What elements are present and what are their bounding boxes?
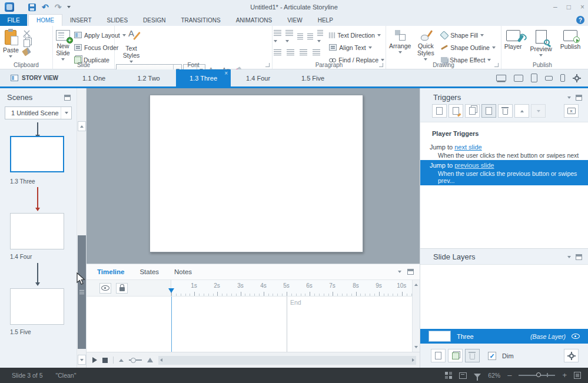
line-spacing-button[interactable]	[317, 30, 323, 44]
timeline-vertical-scrollbar[interactable]	[412, 280, 420, 352]
dim-checkbox[interactable]: ✓	[488, 352, 496, 360]
restore-button[interactable]: □	[567, 3, 571, 11]
slide-tab-1-4[interactable]: 1.4 Four	[231, 69, 285, 86]
tab-design[interactable]: DESIGN	[135, 14, 173, 26]
panel-dock-icon[interactable]	[576, 254, 582, 260]
zoom-slider[interactable]	[519, 375, 555, 376]
manage-variables-button[interactable]: x	[564, 104, 579, 118]
tablet-landscape-icon[interactable]	[514, 75, 523, 82]
timeline-zoom-slider[interactable]	[129, 359, 142, 361]
shape-outline-button[interactable]: Shape Outline	[441, 42, 496, 52]
shape-fill-button[interactable]: Shape Fill	[441, 30, 496, 40]
feedback-status-icon[interactable]	[474, 374, 481, 378]
preview-button[interactable]: Preview	[528, 29, 553, 58]
numbering-button[interactable]	[285, 30, 293, 44]
play-button[interactable]	[92, 357, 97, 363]
stop-button[interactable]	[102, 358, 108, 363]
slide-thumbnail-1-5[interactable]	[10, 288, 64, 325]
slide-tab-1-1[interactable]: 1.1 One	[67, 69, 121, 86]
layer-visibility-eye-icon[interactable]	[572, 334, 580, 339]
delete-layer-button[interactable]	[465, 349, 480, 362]
zoom-in-button[interactable]: +	[562, 372, 567, 378]
tab-timeline[interactable]: Timeline	[97, 268, 124, 275]
panel-dock-icon[interactable]	[407, 269, 414, 275]
arrange-button[interactable]: Arrange	[387, 29, 413, 55]
zoom-out-button[interactable]: –	[507, 372, 511, 378]
paste-button[interactable]: Paste	[1, 29, 21, 59]
lock-all-button[interactable]	[116, 283, 128, 294]
base-layer-row-selected[interactable]: Three (Base Layer)	[420, 329, 588, 344]
font-dialog-launcher[interactable]	[265, 63, 270, 67]
align-left-button[interactable]	[274, 49, 281, 55]
desktop-preview-icon[interactable]	[496, 75, 506, 81]
tab-states[interactable]: States	[139, 268, 159, 275]
move-trigger-up-button[interactable]	[514, 104, 529, 118]
tab-file[interactable]: FILE	[0, 14, 27, 26]
player-settings-gear-icon[interactable]	[573, 74, 581, 82]
tab-notes[interactable]: Notes	[174, 268, 192, 275]
end-marker-line[interactable]	[287, 297, 287, 352]
align-text-button[interactable]: Align Text	[329, 42, 384, 52]
delete-trigger-button[interactable]	[498, 104, 513, 118]
scrollbar-thumb[interactable]	[78, 235, 86, 349]
text-styles-button[interactable]: A Text Styles	[116, 29, 147, 64]
publish-button[interactable]: Publish	[559, 29, 582, 51]
slide-thumbnail-1-3[interactable]	[10, 136, 64, 172]
timeline-zoom-out-button[interactable]	[119, 359, 124, 362]
bullets-button[interactable]	[274, 30, 281, 44]
copy-trigger-button[interactable]	[465, 104, 480, 118]
playhead-marker[interactable]	[168, 288, 174, 293]
panel-dock-icon[interactable]	[64, 95, 71, 101]
paste-trigger-button[interactable]	[481, 104, 496, 118]
edit-trigger-button[interactable]	[449, 104, 463, 118]
close-button[interactable]: ×	[580, 3, 584, 11]
panel-dock-icon[interactable]	[576, 95, 582, 101]
phone-portrait-icon[interactable]	[560, 74, 565, 82]
copy-icon[interactable]	[24, 39, 30, 47]
layer-properties-button[interactable]	[564, 349, 579, 362]
tab-animations[interactable]: ANIMATIONS	[228, 14, 280, 26]
tab-view[interactable]: VIEW	[280, 14, 310, 26]
slide-view-status-icon[interactable]	[459, 372, 467, 379]
align-center-button[interactable]	[287, 49, 294, 55]
help-icon[interactable]: ?	[576, 16, 584, 24]
panel-menu-caret-icon[interactable]	[398, 271, 401, 273]
trigger-target-link[interactable]: previous slide	[454, 162, 494, 169]
scenes-scrollbar[interactable]	[77, 88, 87, 368]
new-slide-button[interactable]: + New Slide	[54, 29, 72, 62]
close-tab-icon[interactable]: ×	[224, 70, 228, 76]
scene-selector-dropdown[interactable]: 1 Untitled Scene	[5, 106, 72, 119]
tab-insert[interactable]: INSERT	[62, 14, 99, 26]
tablet-portrait-icon[interactable]	[531, 74, 537, 82]
trigger-row[interactable]: Jump to next slide When the user clicks …	[420, 142, 588, 160]
fit-to-window-button[interactable]	[574, 372, 581, 379]
tab-slides[interactable]: SLIDES	[99, 14, 136, 26]
phone-landscape-icon[interactable]	[545, 76, 553, 81]
panel-menu-caret-icon[interactable]	[567, 96, 571, 99]
slide-stage[interactable]	[150, 95, 363, 252]
scrollbar-down-button[interactable]	[78, 355, 86, 365]
story-view-button[interactable]: STORY VIEW	[0, 69, 67, 86]
scroll-right-icon[interactable]	[412, 358, 414, 362]
increase-indent-button[interactable]	[307, 34, 313, 41]
scroll-down-icon[interactable]	[414, 346, 418, 348]
slide-tab-1-2[interactable]: 1.2 Two	[121, 69, 176, 86]
duplicate-layer-button[interactable]	[448, 349, 463, 362]
decrease-indent-button[interactable]	[297, 34, 303, 41]
scrollbar-up-button[interactable]	[78, 121, 86, 131]
trigger-row-selected[interactable]: Jump to previous slide When the user cli…	[420, 160, 588, 185]
slide-thumbnail-1-4[interactable]	[10, 213, 64, 249]
text-direction-button[interactable]: Text Direction	[329, 30, 384, 40]
cut-icon[interactable]	[23, 30, 31, 38]
scroll-left-icon[interactable]	[160, 358, 162, 362]
scroll-up-icon[interactable]	[414, 284, 418, 286]
story-view-status-icon[interactable]	[445, 372, 452, 379]
paragraph-dialog-launcher[interactable]	[379, 63, 383, 67]
trigger-target-link[interactable]: next slide	[454, 144, 481, 151]
move-trigger-down-button[interactable]	[531, 104, 546, 118]
new-layer-button[interactable]	[431, 349, 446, 362]
slide-canvas[interactable]	[87, 88, 420, 264]
tab-help[interactable]: HELP	[310, 14, 341, 26]
slide-tab-1-5[interactable]: 1.5 Five	[285, 69, 340, 86]
panel-menu-caret-icon[interactable]	[567, 256, 571, 258]
